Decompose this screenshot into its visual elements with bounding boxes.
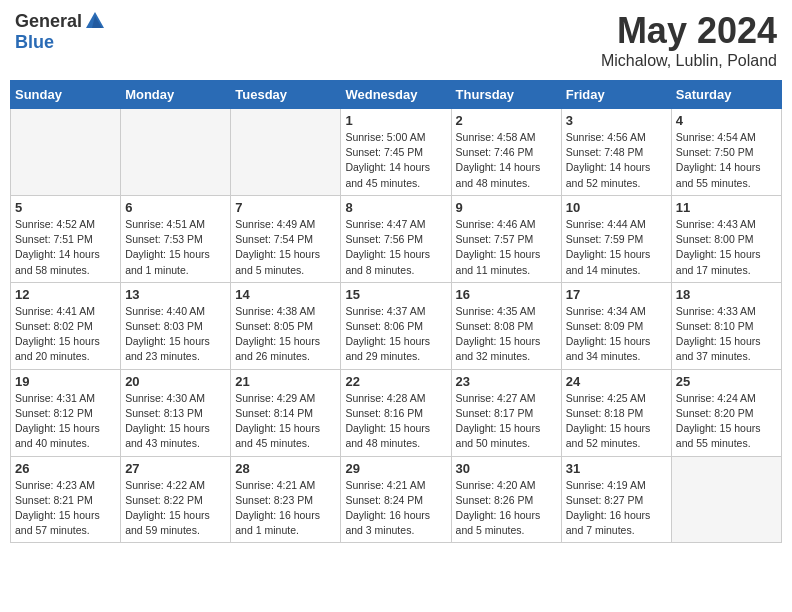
location: Michalow, Lublin, Poland xyxy=(601,52,777,70)
calendar-cell: 7Sunrise: 4:49 AM Sunset: 7:54 PM Daylig… xyxy=(231,195,341,282)
day-info: Sunrise: 5:00 AM Sunset: 7:45 PM Dayligh… xyxy=(345,130,446,191)
calendar-cell: 1Sunrise: 5:00 AM Sunset: 7:45 PM Daylig… xyxy=(341,109,451,196)
calendar-cell xyxy=(231,109,341,196)
day-header-sunday: Sunday xyxy=(11,81,121,109)
day-number: 17 xyxy=(566,287,667,302)
calendar-cell: 9Sunrise: 4:46 AM Sunset: 7:57 PM Daylig… xyxy=(451,195,561,282)
calendar-cell xyxy=(671,456,781,543)
day-info: Sunrise: 4:49 AM Sunset: 7:54 PM Dayligh… xyxy=(235,217,336,278)
day-info: Sunrise: 4:28 AM Sunset: 8:16 PM Dayligh… xyxy=(345,391,446,452)
header: General Blue May 2024 Michalow, Lublin, … xyxy=(10,10,782,70)
calendar-cell: 4Sunrise: 4:54 AM Sunset: 7:50 PM Daylig… xyxy=(671,109,781,196)
calendar-week-4: 19Sunrise: 4:31 AM Sunset: 8:12 PM Dayli… xyxy=(11,369,782,456)
day-number: 24 xyxy=(566,374,667,389)
calendar-cell: 13Sunrise: 4:40 AM Sunset: 8:03 PM Dayli… xyxy=(121,282,231,369)
day-info: Sunrise: 4:43 AM Sunset: 8:00 PM Dayligh… xyxy=(676,217,777,278)
day-number: 20 xyxy=(125,374,226,389)
day-info: Sunrise: 4:30 AM Sunset: 8:13 PM Dayligh… xyxy=(125,391,226,452)
calendar-cell: 8Sunrise: 4:47 AM Sunset: 7:56 PM Daylig… xyxy=(341,195,451,282)
logo-icon xyxy=(84,10,106,32)
day-number: 21 xyxy=(235,374,336,389)
day-info: Sunrise: 4:33 AM Sunset: 8:10 PM Dayligh… xyxy=(676,304,777,365)
day-number: 16 xyxy=(456,287,557,302)
day-info: Sunrise: 4:38 AM Sunset: 8:05 PM Dayligh… xyxy=(235,304,336,365)
day-number: 9 xyxy=(456,200,557,215)
day-number: 15 xyxy=(345,287,446,302)
day-info: Sunrise: 4:25 AM Sunset: 8:18 PM Dayligh… xyxy=(566,391,667,452)
day-info: Sunrise: 4:47 AM Sunset: 7:56 PM Dayligh… xyxy=(345,217,446,278)
day-number: 22 xyxy=(345,374,446,389)
calendar-cell: 19Sunrise: 4:31 AM Sunset: 8:12 PM Dayli… xyxy=(11,369,121,456)
calendar-cell: 6Sunrise: 4:51 AM Sunset: 7:53 PM Daylig… xyxy=(121,195,231,282)
calendar-cell: 30Sunrise: 4:20 AM Sunset: 8:26 PM Dayli… xyxy=(451,456,561,543)
day-info: Sunrise: 4:52 AM Sunset: 7:51 PM Dayligh… xyxy=(15,217,116,278)
day-number: 7 xyxy=(235,200,336,215)
day-number: 1 xyxy=(345,113,446,128)
calendar-cell: 25Sunrise: 4:24 AM Sunset: 8:20 PM Dayli… xyxy=(671,369,781,456)
day-number: 14 xyxy=(235,287,336,302)
day-number: 13 xyxy=(125,287,226,302)
day-number: 28 xyxy=(235,461,336,476)
day-info: Sunrise: 4:44 AM Sunset: 7:59 PM Dayligh… xyxy=(566,217,667,278)
day-info: Sunrise: 4:20 AM Sunset: 8:26 PM Dayligh… xyxy=(456,478,557,539)
calendar-cell: 26Sunrise: 4:23 AM Sunset: 8:21 PM Dayli… xyxy=(11,456,121,543)
calendar-cell: 15Sunrise: 4:37 AM Sunset: 8:06 PM Dayli… xyxy=(341,282,451,369)
calendar-cell: 21Sunrise: 4:29 AM Sunset: 8:14 PM Dayli… xyxy=(231,369,341,456)
day-number: 25 xyxy=(676,374,777,389)
day-info: Sunrise: 4:24 AM Sunset: 8:20 PM Dayligh… xyxy=(676,391,777,452)
day-number: 3 xyxy=(566,113,667,128)
day-header-wednesday: Wednesday xyxy=(341,81,451,109)
month-title: May 2024 xyxy=(601,10,777,52)
calendar-week-3: 12Sunrise: 4:41 AM Sunset: 8:02 PM Dayli… xyxy=(11,282,782,369)
day-info: Sunrise: 4:21 AM Sunset: 8:23 PM Dayligh… xyxy=(235,478,336,539)
calendar-cell: 24Sunrise: 4:25 AM Sunset: 8:18 PM Dayli… xyxy=(561,369,671,456)
calendar-cell: 20Sunrise: 4:30 AM Sunset: 8:13 PM Dayli… xyxy=(121,369,231,456)
day-number: 26 xyxy=(15,461,116,476)
day-header-monday: Monday xyxy=(121,81,231,109)
logo: General Blue xyxy=(15,10,106,53)
day-number: 12 xyxy=(15,287,116,302)
day-number: 4 xyxy=(676,113,777,128)
day-number: 19 xyxy=(15,374,116,389)
calendar-cell: 28Sunrise: 4:21 AM Sunset: 8:23 PM Dayli… xyxy=(231,456,341,543)
day-header-thursday: Thursday xyxy=(451,81,561,109)
day-info: Sunrise: 4:19 AM Sunset: 8:27 PM Dayligh… xyxy=(566,478,667,539)
day-header-saturday: Saturday xyxy=(671,81,781,109)
day-info: Sunrise: 4:22 AM Sunset: 8:22 PM Dayligh… xyxy=(125,478,226,539)
day-info: Sunrise: 4:40 AM Sunset: 8:03 PM Dayligh… xyxy=(125,304,226,365)
days-header-row: SundayMondayTuesdayWednesdayThursdayFrid… xyxy=(11,81,782,109)
title-area: May 2024 Michalow, Lublin, Poland xyxy=(601,10,777,70)
calendar-cell: 5Sunrise: 4:52 AM Sunset: 7:51 PM Daylig… xyxy=(11,195,121,282)
calendar-cell xyxy=(11,109,121,196)
day-header-friday: Friday xyxy=(561,81,671,109)
day-number: 10 xyxy=(566,200,667,215)
calendar-table: SundayMondayTuesdayWednesdayThursdayFrid… xyxy=(10,80,782,543)
logo-blue-text: Blue xyxy=(15,32,54,52)
calendar-cell: 17Sunrise: 4:34 AM Sunset: 8:09 PM Dayli… xyxy=(561,282,671,369)
day-number: 29 xyxy=(345,461,446,476)
day-number: 27 xyxy=(125,461,226,476)
day-info: Sunrise: 4:46 AM Sunset: 7:57 PM Dayligh… xyxy=(456,217,557,278)
day-info: Sunrise: 4:41 AM Sunset: 8:02 PM Dayligh… xyxy=(15,304,116,365)
calendar-cell: 11Sunrise: 4:43 AM Sunset: 8:00 PM Dayli… xyxy=(671,195,781,282)
calendar-cell: 29Sunrise: 4:21 AM Sunset: 8:24 PM Dayli… xyxy=(341,456,451,543)
day-number: 23 xyxy=(456,374,557,389)
day-info: Sunrise: 4:54 AM Sunset: 7:50 PM Dayligh… xyxy=(676,130,777,191)
calendar-cell: 22Sunrise: 4:28 AM Sunset: 8:16 PM Dayli… xyxy=(341,369,451,456)
calendar-week-1: 1Sunrise: 5:00 AM Sunset: 7:45 PM Daylig… xyxy=(11,109,782,196)
calendar-cell: 16Sunrise: 4:35 AM Sunset: 8:08 PM Dayli… xyxy=(451,282,561,369)
calendar-cell: 2Sunrise: 4:58 AM Sunset: 7:46 PM Daylig… xyxy=(451,109,561,196)
day-info: Sunrise: 4:58 AM Sunset: 7:46 PM Dayligh… xyxy=(456,130,557,191)
day-info: Sunrise: 4:51 AM Sunset: 7:53 PM Dayligh… xyxy=(125,217,226,278)
calendar-cell: 27Sunrise: 4:22 AM Sunset: 8:22 PM Dayli… xyxy=(121,456,231,543)
day-info: Sunrise: 4:21 AM Sunset: 8:24 PM Dayligh… xyxy=(345,478,446,539)
logo-general-text: General xyxy=(15,11,82,32)
day-info: Sunrise: 4:34 AM Sunset: 8:09 PM Dayligh… xyxy=(566,304,667,365)
calendar-cell: 23Sunrise: 4:27 AM Sunset: 8:17 PM Dayli… xyxy=(451,369,561,456)
day-header-tuesday: Tuesday xyxy=(231,81,341,109)
calendar-cell: 10Sunrise: 4:44 AM Sunset: 7:59 PM Dayli… xyxy=(561,195,671,282)
calendar-cell: 18Sunrise: 4:33 AM Sunset: 8:10 PM Dayli… xyxy=(671,282,781,369)
calendar-cell: 3Sunrise: 4:56 AM Sunset: 7:48 PM Daylig… xyxy=(561,109,671,196)
day-number: 30 xyxy=(456,461,557,476)
day-info: Sunrise: 4:31 AM Sunset: 8:12 PM Dayligh… xyxy=(15,391,116,452)
